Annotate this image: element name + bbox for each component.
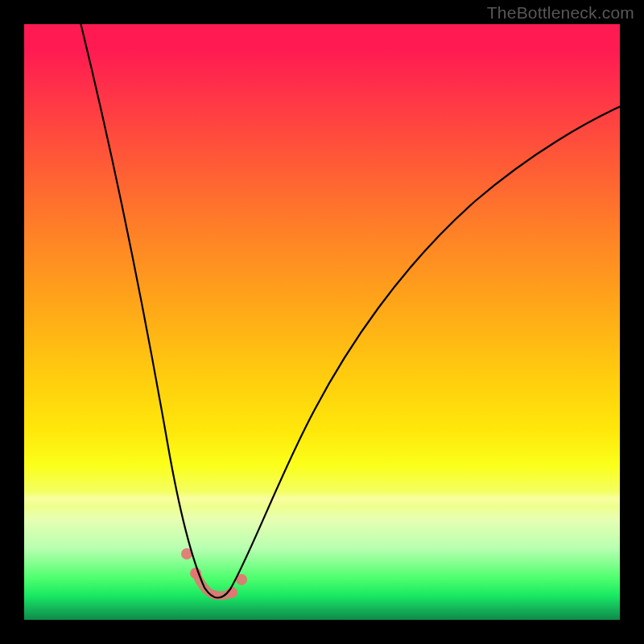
chart-stage: TheBottleneck.com — [0, 0, 644, 644]
valley-highlight — [181, 548, 247, 598]
bottleneck-curve — [24, 24, 620, 620]
plot-area — [24, 24, 620, 620]
watermark-text: TheBottleneck.com — [487, 3, 634, 23]
curve-path — [79, 24, 620, 598]
